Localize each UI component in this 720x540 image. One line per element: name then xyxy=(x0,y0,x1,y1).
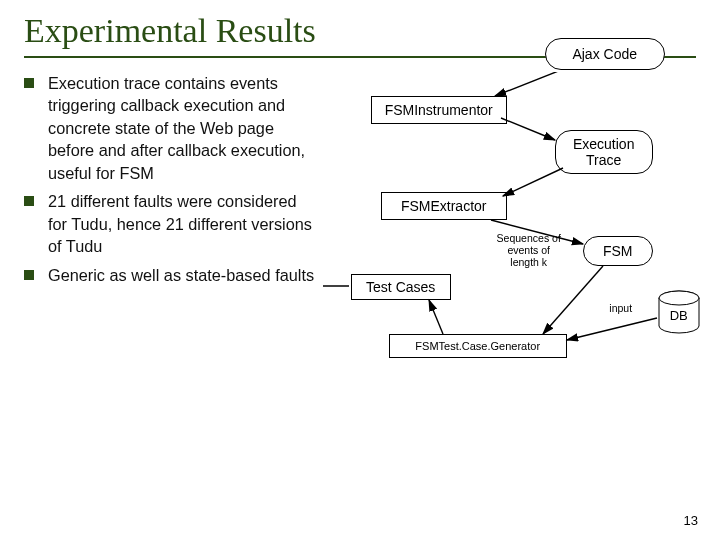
svg-line-9 xyxy=(429,300,443,334)
bullet-icon xyxy=(24,196,34,206)
bullet-text: Execution trace contains events triggeri… xyxy=(48,72,319,184)
list-item: Execution trace contains events triggeri… xyxy=(24,72,319,184)
svg-line-7 xyxy=(543,266,603,334)
db-label: DB xyxy=(657,308,701,323)
bullet-icon xyxy=(24,78,34,88)
bullet-text: 21 different faults were considered for … xyxy=(48,190,319,257)
page-number: 13 xyxy=(684,513,698,528)
list-item: 21 different faults were considered for … xyxy=(24,190,319,257)
node-fsminstrumentor: FSMInstrumentor xyxy=(371,96,507,124)
label-input: input xyxy=(601,302,641,314)
list-item: Generic as well as state-based faults xyxy=(24,264,319,286)
svg-point-1 xyxy=(659,291,699,305)
node-fsmextractor: FSMExtractor xyxy=(381,192,507,220)
node-fsm: FSM xyxy=(583,236,653,266)
svg-line-8 xyxy=(567,318,657,340)
node-ajax-code: Ajax Code xyxy=(545,38,665,70)
node-db: DB xyxy=(657,290,701,334)
label-sequences: Sequences of events of length k xyxy=(493,232,565,268)
svg-line-3 xyxy=(495,72,561,96)
bullet-icon xyxy=(24,270,34,280)
bullet-text: Generic as well as state-based faults xyxy=(48,264,314,286)
bullet-list: Execution trace contains events triggeri… xyxy=(24,72,319,442)
svg-line-5 xyxy=(503,168,563,196)
node-test-cases: Test Cases xyxy=(351,274,451,300)
node-fsmtestcasegen: FSMTest.Case.Generator xyxy=(389,334,567,358)
svg-line-4 xyxy=(501,118,555,140)
node-execution-trace: Execution Trace xyxy=(555,130,653,174)
flow-diagram: Ajax Code FSMInstrumentor Execution Trac… xyxy=(323,72,696,442)
